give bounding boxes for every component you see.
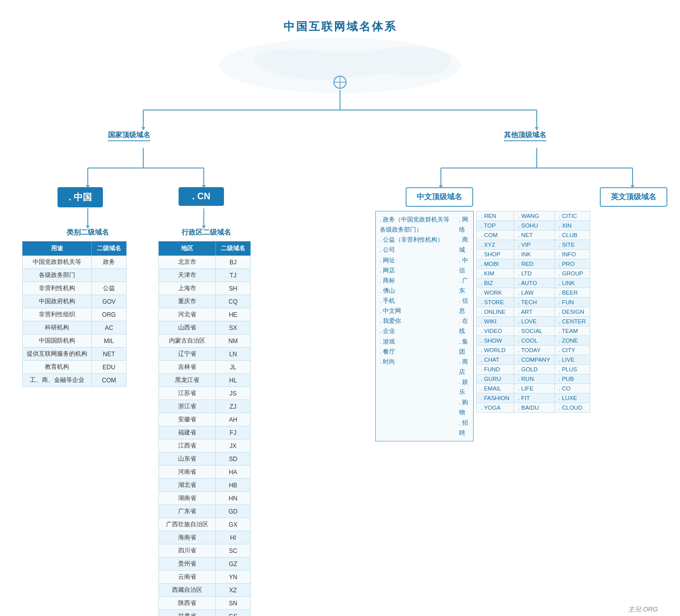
table-row: . BIZ. AUTO. LINK — [477, 278, 590, 288]
other-tld-label: 其他顶级域名 — [504, 131, 546, 141]
root-node-icon — [332, 75, 348, 90]
table-row: . MOBI. RED. PRO — [477, 259, 590, 269]
table-row: 工、商、金融等企业COM — [23, 374, 127, 387]
table-row: . VIDEO. SOCIAL. TEAM — [477, 326, 590, 336]
table-row: 广东省GD — [159, 505, 251, 518]
table-row: 云南省YN — [159, 571, 251, 584]
table-row: 内蒙古自治区NM — [159, 334, 251, 348]
table-row: . YOGA. BAIDU. CLOUD — [477, 403, 590, 413]
table-row: . KIM. LTD. GROUP — [477, 269, 590, 278]
table-row: 贵州省GZ — [159, 557, 251, 571]
national-tld-label: 国家顶级域名 — [108, 131, 150, 141]
admin-col-domain: 二级域名 — [216, 242, 251, 256]
admin-table: 地区 二级域名 北京市BJ天津市TJ上海市SH重庆市CQ河北省HE山西省SX内蒙… — [158, 241, 251, 616]
cat-col-domain: 二级域名 — [92, 242, 127, 256]
table-row: 河北省HE — [159, 308, 251, 321]
table-row: 上海市SH — [159, 282, 251, 295]
table-row: 海南省HI — [159, 531, 251, 544]
table-row: . SHOW. COOL. ZONE — [477, 336, 590, 346]
english-tld-table-container: . REN. WANG. CITIC. TOP. SOHU. XIN. COM.… — [476, 211, 590, 413]
table-row: 四川省SC — [159, 544, 251, 557]
table-row: 山西省SX — [159, 321, 251, 334]
english-tld-section-box: 英文顶级域名 — [600, 187, 667, 207]
table-row: 安徽省AH — [159, 413, 251, 426]
table-row: . GURU. RUN. PUB — [477, 374, 590, 384]
table-row: 西藏自治区XZ — [159, 584, 251, 597]
table-row: 陕西省SN — [159, 597, 251, 610]
table-row: 河南省HA — [159, 466, 251, 479]
table-row: 天津市TJ — [159, 269, 251, 282]
table-row: . SHOP. INK. INFO — [477, 250, 590, 259]
table-row: 非营利性机构公益 — [23, 282, 127, 295]
table-row: 中国党政群机关等政务 — [23, 256, 127, 269]
table-row: 湖北省HB — [159, 479, 251, 492]
table-row: 浙江省ZJ — [159, 400, 251, 413]
table-row: . ONLINE. ART. DESIGN — [477, 307, 590, 317]
english-tld-table: . REN. WANG. CITIC. TOP. SOHU. XIN. COM.… — [476, 211, 590, 413]
table-row: . REN. WANG. CITIC — [477, 211, 590, 221]
table-row: . WIKI. LOVE. CENTER — [477, 317, 590, 326]
table-row: . COM. NET. CLUB — [477, 231, 590, 240]
table-row: 广西壮族自治区GX — [159, 518, 251, 531]
table-row: 重庆市CQ — [159, 295, 251, 308]
table-row: . EMAIL. LIFE. CO — [477, 384, 590, 394]
cat-col-purpose: 用途 — [23, 242, 92, 256]
table-row: . CHAT. COMPANY. LIVE — [477, 355, 590, 365]
table-row: 北京市BJ — [159, 256, 251, 269]
chinese-tld-section-box: 中文顶级域名 — [406, 187, 473, 207]
table-row: . WORLD. TODAY. CITY — [477, 346, 590, 355]
admin-table-container: 地区 二级域名 北京市BJ天津市TJ上海市SH重庆市CQ河北省HE山西省SX内蒙… — [158, 241, 251, 616]
table-row: . WORK. LAW. BEER — [477, 288, 590, 298]
cn-domain-box: . CN — [179, 187, 224, 206]
zhongguo-domain-box: . 中国 — [58, 187, 103, 207]
table-row: 山东省SD — [159, 453, 251, 466]
table-row: 科研机构AC — [23, 321, 127, 334]
table-row: . FASHION. FIT. LUXE — [477, 394, 590, 403]
table-row: 黑龙江省HL — [159, 374, 251, 387]
admin-col-region: 地区 — [159, 242, 216, 256]
table-row: 各级政务部门 — [23, 269, 127, 282]
table-row: . XYZ. VIP. SITE — [477, 240, 590, 250]
table-row: 非营利性组织ORG — [23, 308, 127, 321]
table-row: 中国国防机构MIL — [23, 334, 127, 348]
category-2nd-label: 类别二级域名 — [67, 228, 109, 236]
table-row: 江西省JX — [159, 439, 251, 453]
table-row: 提供互联网服务的机构NET — [23, 348, 127, 361]
table-row: . FUND. GOLD. PLUS — [477, 365, 590, 374]
table-row: 中国政府机构GOV — [23, 295, 127, 308]
table-row: 江苏省JS — [159, 387, 251, 400]
category-table: 用途 二级域名 中国党政群机关等政务各级政务部门非营利性机构公益中国政府机构GO… — [22, 241, 127, 387]
chinese-tld-items-container: . 政务（中国党政群机关等各级政务部门）. 公益（非营利性机构）. 公司. 网址… — [375, 211, 474, 441]
table-row: 福建省FJ — [159, 426, 251, 439]
table-row: . STORE. TECH. FUN — [477, 298, 590, 307]
table-row: . TOP. SOHU. XIN — [477, 221, 590, 231]
table-row: 教育机构EDU — [23, 361, 127, 374]
table-row: 湖南省HN — [159, 492, 251, 505]
table-row: 辽宁省LN — [159, 348, 251, 361]
page-title: 中国互联网域名体系 — [284, 20, 397, 33]
table-row: 甘肃省GS — [159, 610, 251, 617]
table-row: 吉林省JL — [159, 361, 251, 374]
admin-2nd-label: 行政区二级域名 — [182, 228, 231, 236]
category-table-container: 用途 二级域名 中国党政群机关等政务各级政务部门非营利性机构公益中国政府机构GO… — [22, 241, 127, 387]
